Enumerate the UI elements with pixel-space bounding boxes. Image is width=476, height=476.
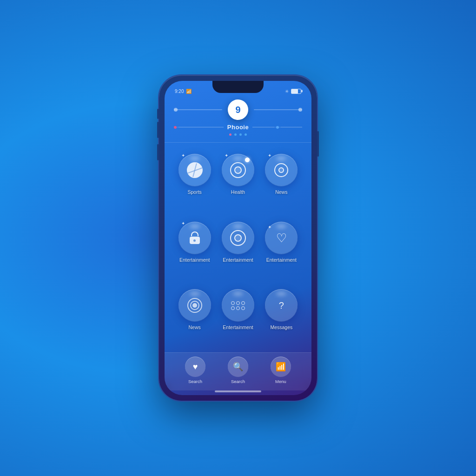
app-label-entertainment1: Entertainment (179, 257, 210, 263)
app-label-entertainment2: Entertainment (223, 257, 253, 263)
app-item-entertainment3[interactable]: ✦ ♡ Entertainment (260, 217, 303, 285)
dot-f (241, 306, 245, 310)
sparkle-sports: ✦ (181, 153, 185, 158)
circles-icon-ent2 (230, 230, 246, 246)
sports-ball-icon (187, 162, 203, 178)
app-icon-entertainment3: ✦ ♡ (265, 222, 298, 254)
key-icon: ? (279, 300, 284, 311)
phone-title: Phooie (227, 124, 249, 131)
lock-shackle (191, 231, 198, 236)
dot-e (236, 306, 240, 310)
app-item-entertainment4[interactable]: Entertainment (216, 284, 259, 352)
dot-b (236, 301, 240, 305)
app-label-sports: Sports (187, 189, 201, 195)
dock-icon-search2: 🔍 (228, 357, 248, 377)
status-right: ✳ (285, 89, 301, 94)
brightness-icon: ✳ (285, 89, 289, 94)
power-button[interactable] (317, 131, 319, 157)
silent-button[interactable] (157, 109, 159, 119)
app-item-health[interactable]: ✦ Health (216, 149, 259, 217)
heart-icon-ent3: ♡ (276, 232, 287, 244)
dock-label-menu: Menu (275, 379, 286, 384)
small-indicators (229, 133, 247, 136)
circles-icon-news1 (274, 163, 288, 177)
label-line-right (252, 127, 302, 128)
app-label-news2: News (189, 324, 201, 330)
label-line-left (174, 127, 224, 128)
wifi-dock-icon: 📶 (276, 362, 286, 372)
app-label-health: Health (231, 189, 245, 195)
inner-circle-health (234, 166, 242, 174)
heart-dock-icon: ♥ (193, 362, 198, 372)
dots-icon (231, 301, 245, 310)
home-indicator[interactable] (215, 390, 261, 392)
dock-label-search1: Search (188, 379, 202, 384)
lock-hole (193, 239, 196, 242)
phone-label-row: Phooie (174, 124, 302, 131)
app-icon-news2 (178, 289, 211, 322)
score-ball: 9 (228, 99, 248, 120)
score-row: 9 (174, 99, 302, 120)
score-line-left (174, 109, 222, 110)
dock-item-search2[interactable]: 🔍 Search (228, 357, 248, 384)
app-icon-messages: ? (265, 289, 298, 322)
phone-wrapper: 9:20 📶 ✳ 9 (159, 75, 317, 401)
dock-label-search2: Search (231, 379, 245, 384)
sparkle-news1: ✦ (268, 153, 271, 158)
header-area: 9 Phooie (165, 98, 311, 140)
circles-icon-health (230, 162, 246, 178)
sparkle-health: ✦ (225, 153, 228, 158)
app-label-messages: Messages (270, 324, 292, 330)
sparkle-ent3: ✦ (268, 225, 294, 230)
dot-4 (245, 133, 247, 136)
inner-circle-ent2 (234, 234, 242, 242)
divider (165, 142, 311, 143)
app-label-news1: News (275, 189, 287, 195)
time-label: 9:20 (175, 89, 184, 94)
status-left: 9:20 📶 (175, 89, 192, 94)
app-icon-entertainment2 (222, 222, 254, 254)
target-ring-3 (192, 303, 197, 308)
app-label-entertainment3: Entertainment (266, 257, 297, 263)
app-item-messages[interactable]: ? Messages (260, 284, 303, 352)
dock-icon-search1: ♥ (185, 357, 205, 377)
app-grid: ✦ Sports ✦ Health ✦ (165, 145, 311, 352)
app-item-entertainment1[interactable]: ✦ Entertainment (173, 217, 216, 285)
dot-1 (229, 133, 231, 136)
volume-down-button[interactable] (157, 144, 159, 160)
battery-icon (291, 89, 301, 94)
dot-3 (239, 133, 242, 136)
wifi-icon: 📶 (186, 89, 192, 94)
bottom-dock: ♥ Search 🔍 Search 📶 Menu (165, 352, 311, 390)
app-item-news1[interactable]: ✦ News (260, 149, 303, 217)
app-item-news2[interactable]: News (173, 284, 216, 352)
app-item-entertainment2[interactable]: Entertainment (216, 217, 259, 285)
inner-circle-news1 (278, 167, 284, 173)
volume-up-button[interactable] (157, 122, 159, 138)
app-icon-entertainment4 (222, 289, 254, 322)
dot-c (241, 301, 245, 305)
app-icon-sports: ✦ (178, 154, 211, 186)
battery-fill (291, 89, 298, 93)
sparkle-ent1: ✦ (181, 221, 185, 226)
dock-item-search1[interactable]: ♥ Search (185, 357, 205, 384)
dock-icon-menu: 📶 (271, 357, 291, 377)
app-item-sports[interactable]: ✦ Sports (173, 149, 216, 217)
app-icon-entertainment1: ✦ (178, 222, 211, 254)
phone-screen: 9:20 📶 ✳ 9 (165, 81, 311, 395)
target-icon (187, 298, 202, 313)
dot-a (231, 301, 235, 305)
notch (212, 81, 264, 93)
dot-2 (234, 133, 237, 136)
dot-d (231, 306, 235, 310)
app-icon-health: ✦ (222, 154, 254, 186)
app-icon-news1: ✦ (265, 154, 298, 186)
lock-icon (190, 231, 200, 244)
app-label-entertainment4: Entertainment (223, 324, 253, 330)
search-dock-icon: 🔍 (233, 362, 243, 372)
lock-body (190, 237, 200, 244)
score-line-right (254, 109, 302, 110)
dock-item-menu[interactable]: 📶 Menu (271, 357, 291, 384)
